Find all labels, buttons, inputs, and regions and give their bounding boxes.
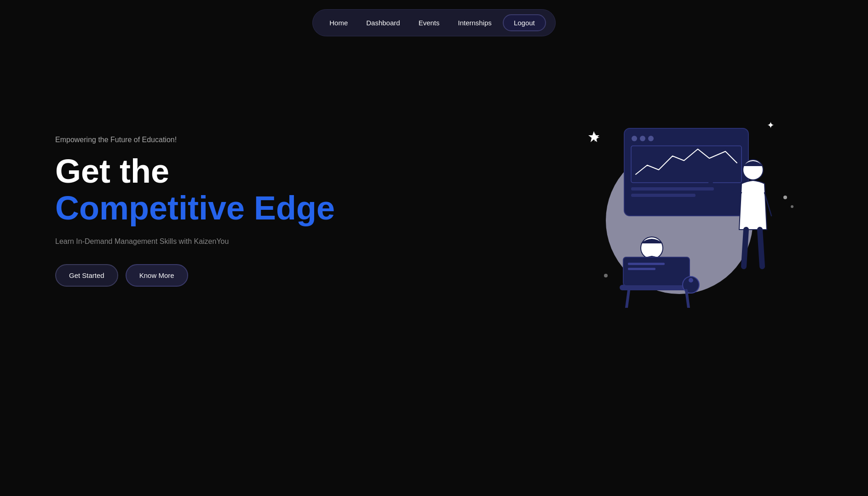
svg-line-15 <box>744 230 746 266</box>
svg-point-29 <box>791 205 793 208</box>
logout-button[interactable]: Logout <box>503 14 546 31</box>
hero-buttons: Get Started Know More <box>55 264 335 287</box>
hero-section: Empowering the Future of Education! Get … <box>0 46 868 368</box>
nav-internships[interactable]: Internships <box>451 15 499 30</box>
svg-line-26 <box>627 290 629 308</box>
svg-line-16 <box>760 230 762 266</box>
svg-rect-9 <box>631 187 714 190</box>
svg-rect-23 <box>628 268 655 270</box>
hero-content: Empowering the Future of Education! Get … <box>55 136 335 286</box>
svg-point-13 <box>708 181 713 185</box>
navbar: Home Dashboard Events Internships Logout <box>0 0 868 46</box>
svg-rect-21 <box>623 257 690 286</box>
svg-point-25 <box>689 278 693 283</box>
hero-title-blue: Competitive Edge <box>55 190 335 226</box>
hero-title-white: Get the <box>55 153 335 190</box>
hero-heading: Get the Competitive Edge <box>55 153 335 226</box>
get-started-button[interactable]: Get Started <box>55 264 118 287</box>
svg-rect-22 <box>628 263 665 265</box>
nav-dashboard[interactable]: Dashboard <box>359 15 407 30</box>
hero-illustration: ✦ ✦ <box>583 115 813 308</box>
svg-point-5 <box>632 136 637 141</box>
svg-point-30 <box>604 274 608 277</box>
star-decoration-1: ✦ <box>588 131 600 145</box>
nav-home[interactable]: Home <box>322 15 355 30</box>
svg-rect-10 <box>631 194 696 197</box>
svg-text:✦: ✦ <box>767 120 775 130</box>
hero-tagline: Empowering the Future of Education! <box>55 136 335 144</box>
know-more-button[interactable]: Know More <box>126 264 188 287</box>
svg-text:✦: ✦ <box>590 131 600 145</box>
svg-rect-4 <box>624 128 748 216</box>
star-decoration-2: ✦ <box>767 120 775 130</box>
svg-point-28 <box>783 196 787 199</box>
nav-events[interactable]: Events <box>411 15 447 30</box>
svg-point-7 <box>648 136 654 141</box>
illustration-svg: ✦ ✦ <box>583 115 813 308</box>
svg-point-6 <box>640 136 645 141</box>
nav-container: Home Dashboard Events Internships Logout <box>312 9 556 36</box>
hero-subtitle: Learn In-Demand Management Skills with K… <box>55 237 335 246</box>
